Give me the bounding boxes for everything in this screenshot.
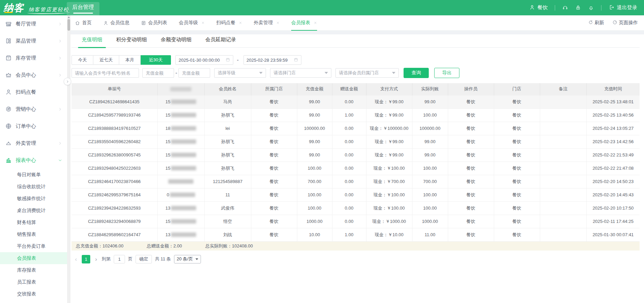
store-select[interactable]: 请选择门店 [270,68,331,78]
tab-takeout[interactable]: 外卖管理 [254,15,280,31]
tab-label: 会员等级 [179,20,198,26]
subtab-3[interactable]: 会员延期记录 [205,36,237,47]
page-actions-button[interactable]: 页面操作 [612,20,638,26]
cell-store: 餐饮 [251,175,297,188]
sidebar-item-restaurant[interactable]: 餐厅管理 [0,15,67,32]
sidebar-subitem-staff-report[interactable]: 员工报表 [0,276,67,288]
blurred-phone [171,219,196,224]
cell-store: 餐饮 [251,135,297,148]
sidebar-subitem-finance-settlement[interactable]: 财务结算 [0,216,67,228]
sidebar-item-scan-order[interactable]: 扫码点餐 [0,84,67,101]
sidebar-subitem-platform-takeout-orders[interactable]: 平台外卖订单 [0,240,67,252]
chevron-down-icon [259,72,263,74]
tab-member-info[interactable]: 会员信息 [103,15,129,31]
amount-min-input[interactable] [142,68,174,78]
close-icon[interactable] [314,21,317,25]
close-icon[interactable] [201,21,205,25]
scrollbar-up-arrow[interactable] [68,16,70,18]
blurred-phone [171,139,196,144]
sidebar-item-takeout[interactable]: 外卖管理 [0,135,67,152]
sidebar-item-marketing[interactable]: 营销中心 [0,101,67,118]
refresh-button[interactable]: 刷新 [588,20,604,26]
page-number-button[interactable]: 1 [82,255,90,263]
table-row-1[interactable]: CZ189425957798919374615孙朋飞餐饮99.001.00现金：… [72,108,640,122]
range-button-0[interactable]: 今天 [72,55,93,65]
topbar: 纳客 纳客管店更轻松 后台管理 餐饮 退出登录 [0,0,644,15]
sidebar-item-inventory[interactable]: 库存管理 [0,49,67,66]
support-headset-icon[interactable] [562,5,568,11]
topnav-backstage-tab[interactable]: 后台管理 [67,2,99,15]
range-button-2[interactable]: 本月 [119,55,141,65]
amount-max-input[interactable] [178,68,210,78]
chevron-right-icon [58,107,62,111]
cell-phone: 15 [157,135,204,148]
prev-page-button[interactable]: ‹ [73,256,79,262]
start-date-input[interactable]: 2025-01-30 00:00:00 [175,55,233,65]
tab-member-report[interactable]: 会员报表 [291,15,317,31]
goto-page-input[interactable] [114,255,125,263]
chevron-right-icon [58,73,62,77]
content-scrollbar[interactable] [67,15,70,303]
table-row-4[interactable]: CZ189329626380090574515孙朋飞餐饮99.000.00现金：… [72,148,640,162]
sidebar-subitem-daily-statement[interactable]: 每日对账单 [0,169,67,181]
column-header-amount: 充值金额 [297,83,332,95]
table-row-9[interactable]: CZ188924823294006887915悟空餐饮1000.000.00现金… [72,215,640,228]
bell-icon[interactable] [588,5,594,11]
cell-time: 2025-02-20 14:50:23 [586,175,640,188]
cell-store: 餐饮 [251,95,297,108]
sidebar-subitem-sensitive-ops[interactable]: 敏感操作统计 [0,193,67,204]
current-user[interactable]: 餐饮 [529,4,548,11]
subtab-1[interactable]: 积分变动明细 [115,36,147,47]
table-row-7[interactable]: CZ1892462995379675164011餐饮100.000.00现金：￥… [72,188,640,201]
sidebar-subitem-table-consumption[interactable]: 桌台消费统计 [0,204,67,216]
table-row-5[interactable]: CZ189329480425022260315孙朋飞餐饮100.000.00现金… [72,162,640,175]
blurred-phone [170,193,195,197]
sidebar-subitem-sales-report[interactable]: 销售报表 [0,228,67,240]
table-row-8[interactable]: CZ189239428422863259313武俊伟餐饮100.000.00现金… [72,201,640,215]
member-search-input[interactable] [72,68,139,78]
tab-member-level[interactable]: 会员等级 [179,15,205,31]
range-button-1[interactable]: 近七天 [93,55,119,65]
cell-order-no: CZ1893296263800905745 [72,148,157,162]
table-row-0[interactable]: CZ18942612469864143515马尚餐饮99.000.00现金：￥9… [72,95,640,108]
table-row-3[interactable]: CZ189355040596226048215孙朋飞餐饮99.000.00现金：… [72,135,640,148]
cell-phone [157,175,204,188]
level-select[interactable]: 选择等级 [214,68,266,78]
lock-icon[interactable] [575,5,581,11]
goto-confirm-button[interactable]: 确定 [136,255,152,263]
tab-member-list[interactable]: 会员列表 [141,15,167,31]
table-row-2[interactable]: CZ189388883419761052718lei餐饮100000.000.0… [72,122,640,135]
sidebar-subitem-shift-report[interactable]: 交班报表 [0,288,67,300]
page-size-select[interactable]: 20 条/页 [174,255,201,263]
sidebar-item-order-center[interactable]: 订单中心 [0,118,67,135]
tab-scan-order[interactable]: 扫码点餐 [216,15,242,31]
close-icon[interactable] [276,21,280,25]
sidebar-subitem-inventory-report[interactable]: 库存报表 [0,264,67,276]
scrollbar-thumb[interactable] [67,19,70,31]
search-button[interactable]: 查询 [404,68,429,78]
sidebar-item-dishes[interactable]: 菜品管理 [0,32,67,49]
close-icon[interactable] [239,21,242,25]
cell-actual: 11.00 [412,228,448,241]
tab-home[interactable]: 首页 [75,15,92,31]
range-button-3[interactable]: 近30天 [141,55,171,65]
cell-remark [540,215,586,228]
sidebar-subitem-member-report[interactable]: 会员报表 [0,252,67,264]
sidebar-item-report-center[interactable]: 报表中心 [0,152,67,169]
logout-button[interactable]: 退出登录 [609,4,637,11]
column-header-gift: 赠送金额 [332,83,366,95]
subtab-2[interactable]: 余额变动明细 [160,36,192,47]
table-row-10[interactable]: CZ188462958960216474713刘战餐饮10.001.00现金：￥… [72,228,640,241]
member-store-select[interactable]: 请选择会员归属门店 [335,68,399,78]
sidebar-collapse-toggle[interactable] [64,78,71,85]
export-button[interactable]: 导出 [434,68,459,78]
sidebar-item-member-center[interactable]: 会员中心 [0,66,67,84]
cell-payment: 现金：￥10.00 [366,228,412,241]
next-page-button[interactable]: › [93,256,99,262]
table-row-6[interactable]: CZ1892464170023870466121254589887餐饮700.0… [72,175,640,188]
cell-actual: 99.00 [412,148,448,162]
end-date-input[interactable]: 2025-02-28 23:59:59 [244,55,301,65]
sidebar-subitem-payment-summary[interactable]: 综合收款统计 [0,181,67,193]
app-logo: 纳客 [3,1,24,15]
subtab-0[interactable]: 充值明细 [81,36,103,47]
